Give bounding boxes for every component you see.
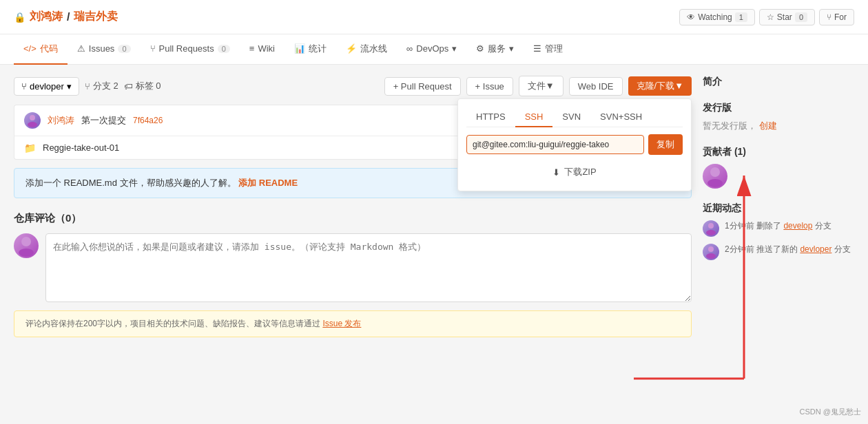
fork-button[interactable]: ⑂ For	[819, 9, 854, 25]
clone-url-row: 复制	[466, 134, 683, 155]
tab-devops-label: DevOps	[416, 43, 448, 54]
branch-toolbar: ⑂ devloper ▾ ⑂ 分支 2 🏷 标签 0 + Pull Reques…	[14, 76, 692, 96]
svg-point-2	[21, 237, 31, 246]
download-icon: ⬇	[552, 167, 560, 178]
svg-point-7	[706, 230, 716, 235]
watching-button[interactable]: 👁 Watching 1	[679, 9, 755, 25]
intro-title: 简介	[703, 76, 854, 88]
lock-icon: 🔒	[14, 12, 25, 23]
top-actions: 👁 Watching 1 ☆ Star 0 ⑂ For	[679, 9, 854, 25]
tab-manage[interactable]: ☰ 管理	[524, 34, 572, 65]
left-panel: ⑂ devloper ▾ ⑂ 分支 2 🏷 标签 0 + Pull Reques…	[14, 76, 692, 337]
clone-dropdown: HTTPS SSH SVN SVN+SSH 复制 ⬇ 下载ZIP	[457, 98, 692, 191]
watching-label: Watching	[698, 12, 732, 22]
tab-wiki[interactable]: ≡ Wiki	[240, 34, 285, 65]
tab-pipeline-label: 流水线	[360, 43, 387, 55]
repo-owner-link[interactable]: 刘鸿涛	[30, 10, 63, 24]
tags-label: 标签 0	[136, 80, 161, 92]
notice-bar: 评论内容保持在200字以内，项目相关的技术问题、缺陷报告、建议等信息请通过 Is…	[14, 310, 692, 337]
svg-point-4	[710, 167, 720, 177]
tab-issues[interactable]: ⚠ Issues 0	[68, 34, 141, 65]
svg-point-3	[19, 248, 34, 257]
pipeline-icon: ⚡	[346, 43, 357, 54]
clone-url-input[interactable]	[466, 135, 644, 154]
copy-button[interactable]: 复制	[648, 134, 683, 155]
activity-text-2: 2分钟前 推送了新的 devloper 分支	[725, 244, 851, 255]
star-count: 0	[795, 12, 807, 22]
activity-suffix-1: 分支	[815, 221, 831, 231]
issue-link[interactable]: Issue 发布	[322, 319, 361, 328]
activity-branch-2[interactable]: devloper	[800, 244, 831, 254]
folder-icon: 📁	[24, 142, 36, 153]
activity-title: 近期动态	[703, 202, 854, 215]
contributors-section: 贡献者 (1)	[703, 146, 854, 189]
activity-section: 近期动态 1分钟前 删除了 develop 分支 2分钟前 推送了新	[703, 202, 854, 260]
svg-point-5	[707, 179, 723, 187]
tab-issues-label: Issues	[89, 43, 115, 54]
pr-badge: 0	[218, 45, 230, 53]
star-button[interactable]: ☆ Star 0	[759, 9, 815, 25]
contributor-avatar[interactable]	[703, 164, 727, 189]
activity-avatar-1	[703, 220, 719, 237]
file-button[interactable]: 文件▼	[519, 76, 564, 96]
devops-icon: ∞	[406, 43, 413, 54]
comments-section: 仓库评论（0）	[14, 212, 692, 302]
issue-button[interactable]: + Issue	[466, 77, 513, 96]
download-zip-button[interactable]: ⬇ 下载ZIP	[466, 162, 683, 182]
commit-message: 第一次提交	[81, 114, 126, 127]
code-icon: </>	[23, 43, 37, 54]
pr-icon: ⑂	[150, 43, 156, 54]
commit-hash[interactable]: 7f64a26	[133, 116, 163, 125]
manage-icon: ☰	[533, 43, 541, 54]
commit-author-name[interactable]: 刘鸿涛	[48, 114, 74, 127]
commenter-avatar	[14, 233, 39, 258]
add-readme-link[interactable]: 添加 README	[238, 178, 298, 188]
stats-icon: 📊	[294, 43, 305, 54]
clone-label: 克隆/下载▼	[637, 80, 683, 92]
pull-request-button[interactable]: + Pull Request	[384, 77, 461, 96]
activity-time-2: 2分钟前	[725, 244, 754, 254]
fork-icon: ⑂	[827, 12, 831, 22]
release-title: 发行版	[703, 102, 854, 114]
tab-devops[interactable]: ∞ DevOps ▾	[397, 34, 466, 65]
svg-point-1	[28, 122, 37, 127]
create-release-link[interactable]: 创建	[759, 120, 777, 131]
svg-point-8	[708, 246, 714, 252]
comment-box	[14, 233, 692, 302]
branch-icon: ⑂	[21, 81, 27, 92]
clone-tab-svn[interactable]: SVN	[552, 107, 590, 127]
branch-info: ⑂ 分支 2	[85, 80, 118, 92]
activity-avatar-2	[703, 244, 719, 260]
issues-badge: 0	[118, 45, 130, 53]
webide-button[interactable]: Web IDE	[569, 77, 623, 96]
issues-icon: ⚠	[77, 43, 85, 54]
list-item: 1分钟前 删除了 develop 分支	[703, 220, 854, 237]
tab-wiki-label: Wiki	[258, 43, 275, 54]
svg-point-6	[708, 223, 714, 229]
contributors-title: 贡献者 (1)	[703, 146, 854, 158]
tab-pipeline[interactable]: ⚡ 流水线	[336, 34, 397, 65]
clone-tab-ssh[interactable]: SSH	[515, 107, 553, 127]
repo-name-link[interactable]: 瑞吉外卖	[74, 10, 118, 24]
tab-services-label: 服务	[488, 43, 506, 55]
branch-select[interactable]: ⑂ devloper ▾	[14, 77, 79, 96]
release-section: 发行版 暂无发行版， 创建	[703, 102, 854, 132]
tab-code[interactable]: </> 代码	[14, 34, 68, 65]
clone-tab-svnplusssh[interactable]: SVN+SSH	[590, 107, 652, 127]
svg-point-9	[706, 253, 716, 259]
branch-count-icon: ⑂	[85, 81, 90, 92]
activity-branch-1[interactable]: develop	[783, 221, 812, 231]
contributor-row	[703, 164, 854, 189]
services-icon: ⚙	[476, 43, 484, 54]
clone-button[interactable]: 克隆/下载▼	[628, 76, 692, 96]
tab-pullrequests[interactable]: ⑂ Pull Requests 0	[141, 34, 240, 65]
comment-textarea[interactable]	[45, 233, 692, 302]
right-panel: 简介 发行版 暂无发行版， 创建 贡献者 (1) 近期动态	[703, 76, 854, 337]
main-content: ⑂ devloper ▾ ⑂ 分支 2 🏷 标签 0 + Pull Reques…	[0, 65, 868, 348]
clone-tab-https[interactable]: HTTPS	[466, 107, 515, 127]
tag-icon: 🏷	[124, 81, 133, 92]
tab-services[interactable]: ⚙ 服务 ▾	[466, 34, 524, 65]
tab-stats[interactable]: 📊 统计	[285, 34, 336, 65]
tab-pr-label: Pull Requests	[159, 43, 214, 54]
intro-section: 简介	[703, 76, 854, 88]
